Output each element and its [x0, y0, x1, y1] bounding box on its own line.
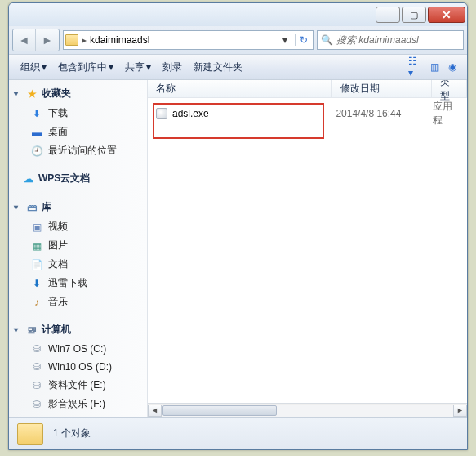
column-date[interactable]: 修改日期 — [332, 80, 431, 97]
sidebar-item-documents[interactable]: 📄文档 — [9, 255, 147, 274]
sidebar-item-recent[interactable]: 🕘最近访问的位置 — [9, 141, 147, 160]
help-button[interactable]: ◉ — [444, 59, 460, 75]
explorer-window: — ▢ ✕ ◄ ► ▸ kdaimimaadsl ▾ ↻ 🔍 组织▾ 包含到库中… — [8, 2, 468, 450]
toolbar: 组织▾ 包含到库中▾ 共享▾ 刻录 新建文件夹 ☷ ▾ ▥ ◉ — [9, 54, 467, 80]
file-date: 2014/4/8 16:44 — [327, 108, 424, 119]
column-headers: 名称 修改日期 类型 — [148, 80, 467, 98]
close-button[interactable]: ✕ — [428, 7, 465, 23]
address-bar[interactable]: ▸ kdaimimaadsl ▾ ↻ — [63, 30, 314, 50]
status-bar: 1 个对象 — [9, 417, 467, 449]
star-icon: ★ — [25, 87, 38, 101]
scroll-left-button[interactable]: ◄ — [148, 405, 162, 417]
status-text: 1 个对象 — [53, 427, 91, 440]
include-menu[interactable]: 包含到库中▾ — [53, 58, 118, 77]
sidebar-item-music[interactable]: ♪音乐 — [9, 293, 147, 311]
computer-icon: 🖳 — [25, 324, 38, 337]
view-options-button[interactable]: ☷ ▾ — [408, 59, 425, 75]
sidebar-item-downloads[interactable]: ⬇下载 — [9, 104, 147, 123]
breadcrumb-sep-icon: ▸ — [82, 34, 87, 46]
sidebar-computer-header[interactable]: ▾🖳计算机 — [9, 320, 147, 340]
documents-icon: 📄 — [30, 258, 43, 271]
sidebar: ▾★收藏夹 ⬇下载 ▬桌面 🕘最近访问的位置 ☁WPS云文档 ▾🗃库 ▣视频 ▦… — [9, 80, 148, 417]
sidebar-libraries-header[interactable]: ▾🗃库 — [9, 197, 147, 217]
folder-icon — [17, 423, 43, 445]
library-icon: 🗃 — [25, 201, 38, 214]
back-button[interactable]: ◄ — [13, 29, 36, 51]
sidebar-item-drive-f[interactable]: ⛁影音娱乐 (F:) — [9, 395, 147, 414]
titlebar[interactable]: — ▢ ✕ — [9, 3, 467, 26]
minimize-button[interactable]: — — [376, 7, 400, 23]
sidebar-item-desktop[interactable]: ▬桌面 — [9, 123, 147, 141]
share-menu[interactable]: 共享▾ — [120, 58, 156, 77]
arrow-right-icon: ► — [42, 34, 53, 47]
sidebar-item-pictures[interactable]: ▦图片 — [9, 236, 147, 255]
cloud-icon: ☁ — [22, 172, 35, 186]
column-name[interactable]: 名称 — [148, 80, 332, 97]
chevron-down-icon: ▾ — [42, 61, 47, 73]
scroll-right-button[interactable]: ► — [453, 405, 467, 417]
sidebar-item-drive-c[interactable]: ⛁Win7 OS (C:) — [9, 340, 147, 358]
sidebar-item-videos[interactable]: ▣视频 — [9, 217, 147, 236]
search-icon: 🔍 — [321, 34, 333, 46]
recent-icon: 🕘 — [30, 145, 43, 158]
burn-button[interactable]: 刻录 — [158, 58, 187, 77]
new-folder-button[interactable]: 新建文件夹 — [189, 58, 247, 77]
drive-icon: ⛁ — [30, 342, 43, 355]
chevron-down-icon: ▾ — [14, 325, 22, 334]
sidebar-item-drive-e[interactable]: ⛁资料文件 (E:) — [9, 376, 147, 395]
file-pane: 名称 修改日期 类型 adsl.exe 2014/4/8 16:44 应用程 ◄… — [148, 80, 467, 417]
drive-icon: ⛁ — [30, 360, 43, 373]
sidebar-item-drive-d[interactable]: ⛁Win10 OS (D:) — [9, 358, 147, 376]
search-box[interactable]: 🔍 — [317, 30, 464, 50]
video-icon: ▣ — [30, 221, 43, 234]
nav-back-forward: ◄ ► — [12, 29, 60, 51]
file-type: 应用程 — [425, 100, 467, 127]
scroll-thumb[interactable] — [162, 405, 277, 416]
chevron-down-icon: ▾ — [146, 61, 151, 73]
file-list[interactable]: adsl.exe 2014/4/8 16:44 应用程 — [148, 98, 467, 403]
breadcrumb-folder[interactable]: kdaimimaadsl — [90, 34, 149, 46]
refresh-button[interactable]: ↻ — [295, 34, 311, 46]
folder-icon — [65, 34, 78, 46]
maximize-button[interactable]: ▢ — [402, 7, 426, 23]
sidebar-item-wps[interactable]: ☁WPS云文档 — [9, 168, 147, 189]
navbar: ◄ ► ▸ kdaimimaadsl ▾ ↻ 🔍 — [9, 26, 467, 54]
chevron-down-icon: ▾ — [109, 61, 113, 73]
forward-button[interactable]: ► — [36, 29, 59, 51]
xunlei-icon: ⬇ — [30, 277, 43, 290]
download-icon: ⬇ — [30, 107, 43, 120]
address-dropdown-icon[interactable]: ▾ — [278, 34, 291, 46]
music-icon: ♪ — [30, 296, 43, 309]
pictures-icon: ▦ — [30, 239, 43, 253]
chevron-down-icon: ▾ — [14, 89, 22, 98]
preview-pane-button[interactable]: ▥ — [426, 59, 443, 75]
scroll-track[interactable] — [162, 405, 453, 417]
body: ▾★收藏夹 ⬇下载 ▬桌面 🕘最近访问的位置 ☁WPS云文档 ▾🗃库 ▣视频 ▦… — [9, 80, 467, 417]
organize-menu[interactable]: 组织▾ — [16, 58, 51, 77]
sidebar-favorites-header[interactable]: ▾★收藏夹 — [9, 83, 147, 104]
horizontal-scrollbar[interactable]: ◄ ► — [148, 403, 467, 417]
column-type[interactable]: 类型 — [432, 80, 467, 97]
sidebar-item-xunlei[interactable]: ⬇迅雷下载 — [9, 274, 147, 293]
arrow-left-icon: ◄ — [19, 34, 30, 47]
exe-icon — [156, 108, 167, 119]
drive-icon: ⛁ — [30, 398, 43, 411]
drive-icon: ⛁ — [30, 379, 43, 392]
file-row[interactable]: adsl.exe 2014/4/8 16:44 应用程 — [148, 105, 467, 123]
file-name: adsl.exe — [172, 108, 209, 119]
desktop-icon: ▬ — [30, 126, 43, 139]
chevron-down-icon: ▾ — [14, 203, 22, 212]
search-input[interactable] — [336, 34, 460, 46]
